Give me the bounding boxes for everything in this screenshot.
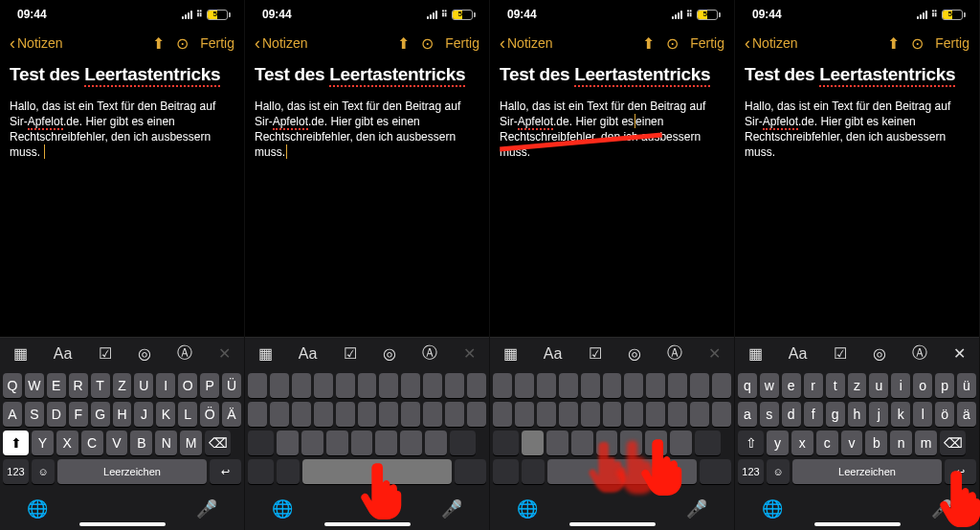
- share-icon[interactable]: ⬆︎: [397, 34, 410, 53]
- done-button[interactable]: Fertig: [445, 35, 479, 51]
- backspace-key[interactable]: ⌫: [205, 431, 231, 455]
- note-content[interactable]: Test des Leertastentricks Hallo, das ist…: [0, 57, 244, 166]
- spacebar[interactable]: Leerzeichen: [792, 459, 942, 484]
- cellular-icon: [182, 11, 192, 19]
- camera-icon[interactable]: ◎: [138, 344, 151, 363]
- keyboard-row-1: QWERTZUIOPÜ: [3, 373, 241, 398]
- mic-icon[interactable]: 🎤: [931, 498, 952, 519]
- share-icon[interactable]: ⬆︎: [152, 34, 165, 53]
- back-button[interactable]: ‹Notizen: [745, 33, 797, 54]
- back-button[interactable]: ‹Notizen: [255, 33, 307, 54]
- numbers-key[interactable]: 123: [3, 459, 29, 484]
- keyboard[interactable]: QWERTZUIOPÜ ASDFGHJKLÖÄ ⬆YXCVBNM⌫ 123☺Le…: [0, 369, 244, 488]
- table-icon[interactable]: ▦: [13, 344, 28, 363]
- markup-icon[interactable]: Ⓐ: [177, 343, 192, 364]
- emoji-key[interactable]: ☺: [32, 459, 55, 484]
- text-format-icon[interactable]: Aa: [54, 345, 73, 363]
- mic-icon[interactable]: 🎤: [196, 498, 217, 519]
- return-key[interactable]: ↩: [945, 459, 976, 484]
- note-title: Test des Leertastentricks: [10, 63, 234, 87]
- chevron-left-icon: ‹: [10, 33, 15, 54]
- status-time: 09:44: [17, 8, 47, 21]
- back-button[interactable]: ‹Notizen: [10, 33, 62, 54]
- keyboard-row-3: ⬆YXCVBNM⌫: [3, 431, 241, 455]
- done-button[interactable]: Fertig: [200, 35, 234, 51]
- shift-key[interactable]: ⬆: [3, 431, 29, 455]
- globe-icon[interactable]: 🌐: [27, 498, 48, 519]
- phone-2: 09:44⠿52 ‹Notizen⬆︎⊙Fertig Test des Leer…: [245, 0, 490, 530]
- backspace-key[interactable]: ⌫: [940, 431, 966, 455]
- keyboard-trackpad[interactable]: QWERTZUIOPÜ ASDFGHJKLÖÄ ⬆YXCVBNM⌫: [490, 369, 734, 488]
- note-content[interactable]: Test des Leertastentricks Hallo, das ist…: [490, 57, 734, 166]
- secondary-signal-icon: ⠿: [196, 10, 203, 19]
- numbers-key[interactable]: 123: [738, 459, 764, 484]
- note-content[interactable]: Test des Leertastentricks Hallo, das ist…: [245, 57, 489, 166]
- keyboard-toolbar: ▦ Aa ☑ ◎ Ⓐ ✕: [0, 337, 244, 369]
- status-bar: 09:44 ⠿ 52: [0, 0, 244, 29]
- back-button[interactable]: ‹Notizen: [500, 33, 552, 54]
- close-icon[interactable]: ✕: [953, 344, 966, 363]
- shift-key[interactable]: ⇧: [738, 431, 764, 455]
- emoji-key[interactable]: ☺: [767, 459, 790, 484]
- close-icon[interactable]: ✕: [218, 344, 231, 363]
- text-cursor: [44, 144, 45, 159]
- battery-icon: 52: [207, 10, 231, 20]
- return-key[interactable]: ↩: [210, 459, 241, 484]
- phone-3: 09:44⠿52 ‹Notizen⬆︎⊙Fertig Test des Leer…: [490, 0, 735, 530]
- keyboard-trackpad[interactable]: QWERTZUIOPÜ ASDFGHJKLÖÄ ⬆YXCVBNM⌫: [245, 369, 489, 488]
- checklist-icon[interactable]: ☑: [99, 344, 112, 363]
- note-content[interactable]: Test des Leertastentricks Hallo, das ist…: [735, 57, 979, 166]
- keyboard[interactable]: qwertzuiopü asdfghjklöä ⇧yxcvbnm⌫ 123☺Le…: [735, 369, 979, 488]
- nav-bar: ‹Notizen ⬆︎ ⊙ Fertig: [0, 29, 244, 57]
- home-indicator[interactable]: [79, 522, 166, 526]
- spacebar[interactable]: Leerzeichen: [57, 459, 207, 484]
- globe-icon[interactable]: 🌐: [762, 498, 783, 519]
- more-icon[interactable]: ⊙: [421, 34, 434, 53]
- keyboard-row-2: ASDFGHJKLÖÄ: [3, 402, 241, 427]
- phone-1: 09:44 ⠿ 52 ‹Notizen ⬆︎ ⊙ Fertig Test des…: [0, 0, 245, 530]
- more-icon[interactable]: ⊙: [176, 34, 189, 53]
- note-body: Hallo, das ist ein Text für den Beitrag …: [10, 99, 234, 161]
- keyboard-row-4: 123☺Leerzeichen↩: [3, 459, 241, 484]
- phone-4: 09:44⠿52 ‹Notizen⬆︎⊙Fertig Test des Leer…: [735, 0, 980, 530]
